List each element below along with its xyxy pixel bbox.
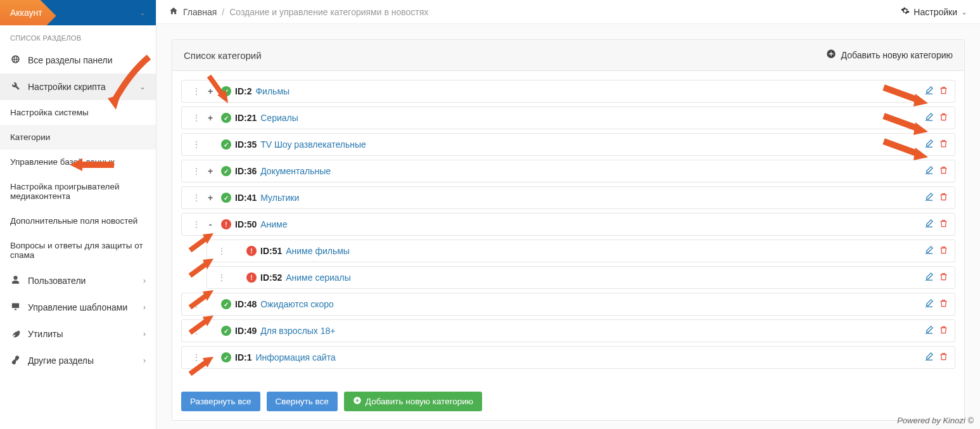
category-name[interactable]: Фильмы	[255, 86, 290, 96]
trash-icon[interactable]	[939, 272, 948, 283]
sidebar-item-wrench[interactable]: Настройки скрипта⌄	[0, 74, 156, 100]
category-name[interactable]: Аниме сериалы	[286, 272, 351, 283]
category-row: ⋮✓ID:1Информация сайта	[181, 346, 955, 369]
drag-handle-icon[interactable]: ⋮	[188, 219, 203, 229]
edit-icon[interactable]	[924, 165, 934, 177]
trash-icon[interactable]	[939, 192, 948, 203]
drag-handle-icon[interactable]: ⋮	[188, 326, 203, 336]
account-label: Аккаунт	[10, 8, 42, 18]
status-icon: ✓	[221, 193, 231, 203]
toggle-expand[interactable]: -	[206, 219, 215, 229]
edit-icon[interactable]	[924, 112, 934, 124]
category-id: ID:21	[235, 113, 257, 123]
sidebar-subitem[interactable]: Дополнительные поля новостей	[0, 208, 156, 233]
status-icon: ✓	[221, 166, 231, 176]
edit-icon[interactable]	[924, 325, 934, 336]
account-header[interactable]: Аккаунт ⌄	[0, 0, 156, 25]
trash-icon[interactable]	[939, 325, 948, 336]
category-name[interactable]: Мультики	[260, 193, 299, 203]
user-icon	[10, 275, 20, 286]
status-icon: !	[221, 219, 231, 229]
toggle-expand[interactable]: +	[206, 166, 215, 176]
add-category-label: Добавить новую категорию	[841, 50, 953, 60]
toggle-expand[interactable]: +	[206, 193, 215, 203]
status-icon: ✓	[221, 326, 231, 336]
expand-all-button[interactable]: Развернуть все	[181, 392, 260, 411]
category-row: ⋮+✓ID:21Сериалы	[181, 106, 955, 129]
drag-handle-icon[interactable]: ⋮	[188, 166, 203, 176]
category-name[interactable]: Информация сайта	[255, 352, 335, 362]
trash-icon[interactable]	[939, 352, 948, 363]
leaf-icon	[10, 328, 20, 340]
sidebar-subitem[interactable]: Настройка системы	[0, 100, 156, 125]
sidebar-item-label: Другие разделы	[28, 355, 94, 366]
sidebar-item-leaf[interactable]: Утилиты›	[0, 321, 156, 347]
topbar: Главная / Создание и управление категори…	[156, 0, 980, 24]
drag-handle-icon[interactable]: ⋮	[213, 246, 229, 256]
sidebar-item-user[interactable]: Пользователи›	[0, 267, 156, 294]
drag-handle-icon[interactable]: ⋮	[213, 272, 229, 283]
trash-icon[interactable]	[939, 219, 948, 230]
collapse-all-button[interactable]: Свернуть все	[267, 392, 338, 411]
sidebar-item-label: Все разделы панели	[28, 55, 113, 65]
settings-button[interactable]: Настройки ⌄	[901, 6, 967, 17]
category-name[interactable]: Ожидаются скоро	[260, 299, 334, 309]
category-id: ID:49	[235, 326, 257, 336]
drag-handle-icon[interactable]: ⋮	[188, 352, 203, 362]
category-name[interactable]: Для взрослых 18+	[260, 326, 335, 336]
category-name[interactable]: Аниме фильмы	[286, 246, 350, 256]
category-id: ID:35	[235, 139, 257, 150]
toggle-expand[interactable]: +	[206, 86, 215, 96]
edit-icon[interactable]	[924, 139, 934, 150]
drag-handle-icon[interactable]: ⋮	[188, 299, 203, 309]
trash-icon[interactable]	[939, 86, 948, 97]
sidebar-item-desktop[interactable]: Управление шаблонами›	[0, 294, 156, 321]
sidebar-subitem[interactable]: Настройка проигрывателей медиаконтента	[0, 174, 156, 208]
drag-handle-icon[interactable]: ⋮	[188, 139, 203, 150]
trash-icon[interactable]	[939, 139, 948, 150]
category-name[interactable]: Сериалы	[260, 113, 298, 123]
home-icon[interactable]	[169, 6, 178, 17]
status-icon: ✓	[221, 352, 231, 362]
category-id: ID:36	[235, 166, 257, 176]
trash-icon[interactable]	[939, 165, 948, 177]
status-icon: !	[246, 272, 257, 283]
category-name[interactable]: Аниме	[260, 219, 287, 229]
category-name[interactable]: Документальные	[260, 166, 331, 176]
edit-icon[interactable]	[924, 352, 934, 363]
category-row: ⋮+✓ID:36Документальные	[181, 160, 955, 182]
edit-icon[interactable]	[924, 298, 934, 310]
trash-icon[interactable]	[939, 245, 948, 257]
edit-icon[interactable]	[924, 245, 934, 257]
category-row: ⋮+✓ID:41Мультики	[181, 186, 955, 209]
toggle-expand[interactable]: +	[206, 113, 215, 123]
edit-icon[interactable]	[924, 272, 934, 283]
trash-icon[interactable]	[939, 298, 948, 310]
category-id: ID:48	[235, 299, 257, 309]
sidebar-subitem[interactable]: Управление базой данных	[0, 150, 156, 174]
edit-icon[interactable]	[924, 86, 934, 97]
globe-icon	[10, 54, 20, 66]
sidebar-heading: СПИСОК РАЗДЕЛОВ	[0, 25, 156, 47]
plus-circle-icon	[826, 49, 836, 61]
trash-icon[interactable]	[939, 112, 948, 124]
add-category-button[interactable]: Добавить новую категорию	[344, 392, 482, 411]
add-category-link[interactable]: Добавить новую категорию	[826, 49, 953, 61]
drag-handle-icon[interactable]: ⋮	[188, 86, 203, 96]
chevron-down-icon: ⌄	[961, 8, 967, 16]
sidebar-item-link[interactable]: Другие разделы›	[0, 347, 156, 374]
panel-title: Список категорий	[184, 50, 262, 61]
drag-handle-icon[interactable]: ⋮	[188, 193, 203, 203]
edit-icon[interactable]	[924, 219, 934, 230]
chevron-icon: ›	[143, 330, 146, 338]
edit-icon[interactable]	[924, 192, 934, 203]
sidebar-item-label: Пользователи	[28, 276, 86, 286]
drag-handle-icon[interactable]: ⋮	[188, 113, 203, 123]
sidebar-item-globe[interactable]: Все разделы панели	[0, 47, 156, 74]
breadcrumb-home[interactable]: Главная	[183, 7, 217, 17]
sidebar-subitem[interactable]: Категории	[0, 125, 156, 150]
sidebar-subitem[interactable]: Вопросы и ответы для защиты от спама	[0, 233, 156, 267]
category-name[interactable]: TV Шоу развлекательные	[260, 139, 366, 150]
wrench-icon	[10, 81, 20, 93]
sidebar-item-label: Настройки скрипта	[28, 82, 106, 92]
